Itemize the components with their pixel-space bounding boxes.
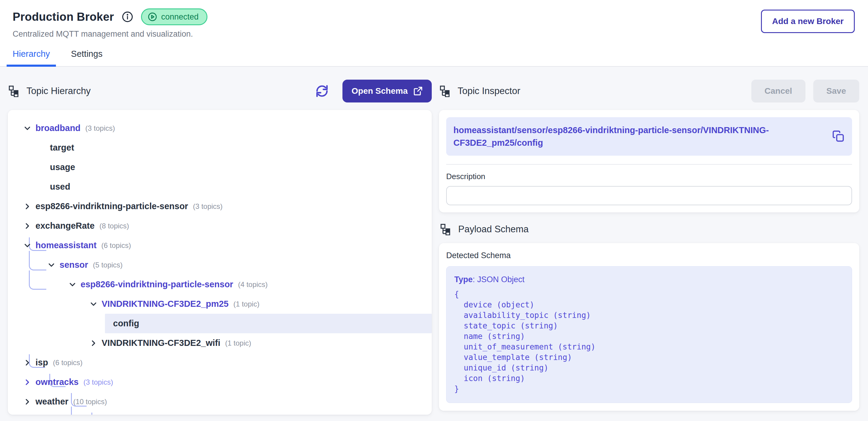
tree-node-owntracks[interactable]: owntracks (3 topics) [8, 372, 432, 392]
tree-node-label[interactable]: esp8266-vindriktning-particle-sensor [81, 280, 233, 289]
cancel-button[interactable]: Cancel [751, 79, 805, 102]
tree-node-label[interactable]: config [113, 319, 139, 328]
chevron-right-icon[interactable] [24, 378, 31, 386]
topic-path: homeassistant/sensor/esp8266-vindriktnin… [454, 124, 826, 149]
chevron-right-icon[interactable] [24, 398, 31, 406]
hierarchy-icon [8, 85, 20, 97]
tree-node-label[interactable]: target [50, 143, 74, 153]
chevron-down-icon[interactable] [48, 261, 55, 269]
refresh-button[interactable] [315, 85, 329, 98]
tree-node-vindriktning-pm25[interactable]: VINDRIKTNING-CF3DE2_pm25 (1 topic) [8, 294, 432, 314]
topic-path-box: homeassistant/sensor/esp8266-vindriktnin… [446, 117, 852, 156]
topic-inspector-card: homeassistant/sensor/esp8266-vindriktnin… [439, 110, 859, 213]
tree-node-label[interactable]: isp [35, 358, 48, 367]
tree-node-label[interactable]: usage [50, 162, 75, 172]
tree-node-label[interactable]: used [50, 182, 70, 192]
page-subtitle: Centralized MQTT management and visualiz… [12, 29, 208, 39]
tree-node-isp[interactable]: isp (6 topics) [8, 353, 432, 372]
save-button[interactable]: Save [813, 79, 859, 102]
inspector-panel-title: Topic Inspector [458, 86, 521, 96]
tree-node-config-selected[interactable]: config [105, 314, 432, 333]
hierarchy-icon [440, 223, 452, 235]
info-icon[interactable] [122, 11, 133, 23]
schema-type-value: JSON Object [477, 275, 525, 284]
add-broker-button[interactable]: Add a new Broker [761, 10, 855, 33]
tree-node-label[interactable]: homeassistant [35, 240, 96, 250]
schema-type-separator: : [473, 275, 477, 284]
tree-node-label[interactable]: VINDRIKTNING-CF3DE2_pm25 [102, 299, 228, 309]
tree-node-label[interactable]: owntracks [35, 377, 79, 387]
tree-node-count: (1 topic) [233, 300, 259, 308]
tree-node-weather[interactable]: weather (10 topics) [8, 392, 432, 411]
tab-hierarchy[interactable]: Hierarchy [12, 49, 50, 66]
tree-node-homeassistant[interactable]: homeassistant (6 topics) [8, 236, 432, 255]
external-link-icon [413, 86, 423, 96]
tree-node-vindriktning-wifi[interactable]: VINDRIKTNING-CF3DE2_wifi (1 topic) [8, 333, 432, 353]
schema-line: unique_id (string) [454, 363, 844, 373]
tree-node-label[interactable]: sensor [60, 260, 88, 270]
chevron-down-icon[interactable] [24, 124, 31, 132]
detected-schema-box: Type: JSON Object { device (object) avai… [446, 266, 852, 403]
tree-node-count: (8 topics) [99, 222, 129, 230]
schema-line: icon (string) [454, 373, 844, 384]
topic-inspector-panel: Topic Inspector Cancel Save homeassistan… [439, 79, 859, 415]
play-circle-icon [147, 12, 158, 22]
status-badge-label: connected [161, 12, 199, 22]
tree-node-label[interactable]: esp8266-vindriktning-particle-sensor [35, 201, 188, 211]
tree-connector [91, 413, 105, 415]
schema-line: device (object) [454, 300, 844, 310]
tab-settings[interactable]: Settings [71, 49, 102, 66]
app-header: Production Broker connected Centralized … [0, 0, 868, 39]
chevron-right-icon[interactable] [24, 359, 31, 367]
topic-tree: broadband (3 topics) target usage used e… [8, 110, 432, 415]
chevron-right-icon[interactable] [90, 339, 97, 347]
tab-bar: Hierarchy Settings [0, 39, 868, 67]
tree-node-esp8266-root[interactable]: esp8266-vindriktning-particle-sensor (3 … [8, 197, 432, 216]
hierarchy-icon [439, 85, 451, 97]
tree-node-broadband[interactable]: broadband (3 topics) [8, 119, 432, 138]
tree-node-count: (6 topics) [53, 358, 83, 367]
tree-node-exchangeRate[interactable]: exchangeRate (8 topics) [8, 216, 432, 236]
description-input[interactable] [446, 186, 852, 205]
chevron-down-icon[interactable] [68, 281, 76, 289]
tree-node-count: (6 topics) [101, 241, 131, 250]
tree-node-sensor[interactable]: sensor (5 topics) [8, 255, 432, 274]
schema-type-label: Type [454, 275, 473, 284]
tree-node-count: (3 topics) [85, 124, 115, 132]
schema-line: availability_topic (string) [454, 310, 844, 321]
detected-schema-label: Detected Schema [446, 251, 852, 260]
payload-schema-card: Detected Schema Type: JSON Object { devi… [439, 243, 859, 411]
schema-type-line: Type: JSON Object [454, 275, 844, 284]
copy-icon [832, 130, 844, 142]
schema-line: unit_of_measurement (string) [454, 342, 844, 352]
tree-node-label[interactable]: exchangeRate [35, 221, 95, 231]
tree-node-count: (10 topics) [73, 397, 107, 406]
tree-node-label[interactable]: broadband [35, 123, 81, 133]
divider [446, 164, 852, 165]
tree-node-esp8266-child[interactable]: esp8266-vindriktning-particle-sensor (4 … [8, 274, 432, 294]
tree-node-used[interactable]: used [8, 177, 432, 197]
tree-node-label[interactable]: VINDRIKTNING-CF3DE2_wifi [102, 338, 220, 348]
tree-node-count: (4 topics) [238, 280, 268, 289]
schema-line: { [454, 289, 844, 300]
description-label: Description [446, 172, 852, 181]
hierarchy-panel-title: Topic Hierarchy [27, 86, 91, 96]
schema-line: value_template (string) [454, 352, 844, 363]
schema-line: name (string) [454, 331, 844, 342]
topic-hierarchy-panel: Topic Hierarchy Open Schema [8, 79, 432, 415]
tree-node-count: (3 topics) [193, 202, 223, 210]
chevron-down-icon[interactable] [24, 241, 31, 250]
schema-line: state_topic (string) [454, 321, 844, 331]
tree-node-target[interactable]: target [8, 138, 432, 158]
copy-button[interactable] [832, 130, 845, 143]
main-content: Topic Hierarchy Open Schema [0, 67, 868, 415]
chevron-right-icon[interactable] [24, 202, 31, 210]
tree-node-count: (3 topics) [83, 378, 113, 386]
tree-node-count: (1 topic) [225, 339, 251, 347]
tree-node-usage[interactable]: usage [8, 158, 432, 177]
tree-node-count: (5 topics) [93, 261, 123, 269]
chevron-down-icon[interactable] [90, 300, 97, 308]
tree-node-label[interactable]: weather [35, 397, 68, 407]
open-schema-button[interactable]: Open Schema [342, 79, 432, 102]
chevron-right-icon[interactable] [24, 222, 31, 230]
